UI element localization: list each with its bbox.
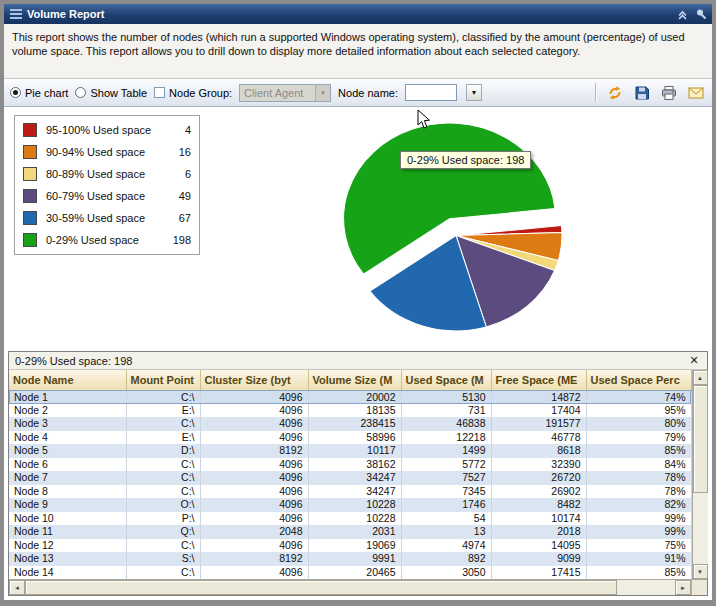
report-description: This report shows the number of nodes (w… bbox=[4, 24, 712, 79]
table-cell: 7345 bbox=[401, 485, 491, 499]
table-cell: 85% bbox=[586, 444, 691, 458]
table-row[interactable]: Node 9O:\4096102281746848282% bbox=[9, 498, 691, 512]
print-button[interactable] bbox=[659, 83, 679, 103]
table-row[interactable]: Node 13S:\81929991892909991% bbox=[9, 552, 691, 566]
pin-icon[interactable] bbox=[695, 8, 707, 20]
legend-label: 60-79% Used space bbox=[46, 190, 165, 202]
table-cell: 19069 bbox=[308, 539, 401, 553]
checkbox-node-group[interactable]: Node Group: bbox=[154, 87, 232, 99]
collapse-icon[interactable] bbox=[677, 9, 688, 20]
legend-item[interactable]: 95-100% Used space4 bbox=[15, 119, 199, 141]
column-header[interactable]: Volume Size (M bbox=[308, 370, 401, 390]
table-cell: E:\ bbox=[126, 404, 200, 418]
table-cell: 4096 bbox=[200, 417, 308, 431]
legend-value: 67 bbox=[165, 212, 191, 224]
table-cell: Node 5 bbox=[9, 444, 126, 458]
radio-show-table[interactable]: Show Table bbox=[75, 87, 147, 99]
column-header[interactable]: Cluster Size (byt bbox=[200, 370, 308, 390]
table-cell: 191577 bbox=[491, 417, 586, 431]
legend-item[interactable]: 0-29% Used space198 bbox=[15, 229, 199, 251]
scroll-down-button[interactable]: ▼ bbox=[693, 564, 708, 579]
scroll-right-button[interactable]: ► bbox=[675, 580, 691, 595]
panel-titlebar: 0-29% Used space: 198 ✕ bbox=[9, 352, 707, 370]
table-cell: 84% bbox=[586, 458, 691, 472]
legend-item[interactable]: 90-94% Used space16 bbox=[15, 141, 199, 163]
table-row[interactable]: Node 12C:\40961906949741409575% bbox=[9, 539, 691, 553]
table-cell: 7527 bbox=[401, 471, 491, 485]
horizontal-scrollbar-track[interactable] bbox=[617, 580, 675, 595]
table-row[interactable]: Node 14C:\40962046530501741585% bbox=[9, 566, 691, 580]
legend-item[interactable]: 60-79% Used space49 bbox=[15, 185, 199, 207]
table-cell: Q:\ bbox=[126, 525, 200, 539]
table-cell: 99% bbox=[586, 512, 691, 526]
vertical-scrollbar-thumb[interactable] bbox=[693, 385, 708, 493]
table-row[interactable]: Node 3C:\40962384154683819157780% bbox=[9, 417, 691, 431]
table-cell: 14095 bbox=[491, 539, 586, 553]
chevron-down-icon: ▼ bbox=[315, 85, 330, 101]
table-row[interactable]: Node 8C:\40963424773452690278% bbox=[9, 485, 691, 499]
email-button[interactable] bbox=[686, 83, 706, 103]
table-cell: 4096 bbox=[200, 566, 308, 580]
vertical-scrollbar[interactable]: ▲ ▼ bbox=[692, 370, 708, 579]
column-header[interactable]: Mount Point bbox=[126, 370, 200, 390]
table-cell: 20465 bbox=[308, 566, 401, 580]
table-row[interactable]: Node 7C:\40963424775272672078% bbox=[9, 471, 691, 485]
table-cell: 8192 bbox=[200, 552, 308, 566]
table-row[interactable]: Node 4E:\409658996122184677879% bbox=[9, 431, 691, 445]
table-row[interactable]: Node 10P:\409610228541017499% bbox=[9, 512, 691, 526]
table-cell: 1499 bbox=[401, 444, 491, 458]
horizontal-scrollbar-thumb[interactable] bbox=[25, 580, 617, 595]
table-cell: 46778 bbox=[491, 431, 586, 445]
radio-pie-chart[interactable]: Pie chart bbox=[10, 87, 68, 99]
refresh-button[interactable] bbox=[605, 83, 625, 103]
legend-item[interactable]: 30-59% Used space67 bbox=[15, 207, 199, 229]
save-button[interactable] bbox=[632, 83, 652, 103]
checkbox-node-group-box[interactable] bbox=[154, 87, 165, 98]
volume-report-window: Volume Report This report shows the numb… bbox=[0, 0, 716, 606]
table-cell: Node 8 bbox=[9, 485, 126, 499]
horizontal-scrollbar[interactable]: ◄ ► bbox=[9, 580, 691, 595]
save-icon bbox=[634, 85, 650, 101]
radio-show-table-dot[interactable] bbox=[75, 87, 86, 98]
table-row[interactable]: Node 2E:\4096181357311740495% bbox=[9, 404, 691, 418]
legend-label: 95-100% Used space bbox=[46, 124, 165, 136]
table-cell: C:\ bbox=[126, 390, 200, 404]
legend-item[interactable]: 80-89% Used space6 bbox=[15, 163, 199, 185]
table-row[interactable]: Node 11Q:\2048203113201899% bbox=[9, 525, 691, 539]
table-cell: E:\ bbox=[126, 431, 200, 445]
table-cell: 26720 bbox=[491, 471, 586, 485]
table-cell: Node 11 bbox=[9, 525, 126, 539]
table-cell: 82% bbox=[586, 498, 691, 512]
radio-pie-chart-dot[interactable] bbox=[10, 87, 21, 98]
table-cell: 10174 bbox=[491, 512, 586, 526]
table-cell: 8192 bbox=[200, 444, 308, 458]
node-name-label: Node name: bbox=[338, 87, 398, 99]
data-grid: Node NameMount PointCluster Size (bytVol… bbox=[9, 370, 707, 579]
legend-label: 30-59% Used space bbox=[46, 212, 165, 224]
scroll-up-button[interactable]: ▲ bbox=[693, 370, 708, 385]
table-cell: 17415 bbox=[491, 566, 586, 580]
table-row[interactable]: Node 6C:\40963816257723239084% bbox=[9, 458, 691, 472]
node-name-dropdown-button[interactable]: ▼ bbox=[466, 84, 482, 101]
node-name-input[interactable] bbox=[405, 84, 457, 101]
column-header[interactable]: Used Space (M bbox=[401, 370, 491, 390]
table-cell: Node 4 bbox=[9, 431, 126, 445]
table-cell: 5772 bbox=[401, 458, 491, 472]
column-header[interactable]: Free Space (ME bbox=[491, 370, 586, 390]
legend-swatch-icon bbox=[23, 211, 37, 225]
table-cell: 731 bbox=[401, 404, 491, 418]
column-header[interactable]: Node Name bbox=[9, 370, 126, 390]
column-header[interactable]: Used Space Perc bbox=[586, 370, 691, 390]
table-row[interactable]: Node 1C:\40962000251301487274% bbox=[9, 390, 691, 404]
table-cell: 4096 bbox=[200, 498, 308, 512]
close-icon[interactable]: ✕ bbox=[687, 354, 701, 367]
vertical-scrollbar-track[interactable] bbox=[693, 493, 708, 564]
legend-swatch-icon bbox=[23, 123, 37, 137]
table-cell: 3050 bbox=[401, 566, 491, 580]
table-row[interactable]: Node 5D:\8192101171499861885% bbox=[9, 444, 691, 458]
table-cell: Node 13 bbox=[9, 552, 126, 566]
table-cell: 10117 bbox=[308, 444, 401, 458]
scroll-left-button[interactable]: ◄ bbox=[9, 580, 25, 595]
table-cell: C:\ bbox=[126, 458, 200, 472]
radio-pie-chart-label: Pie chart bbox=[25, 87, 68, 99]
